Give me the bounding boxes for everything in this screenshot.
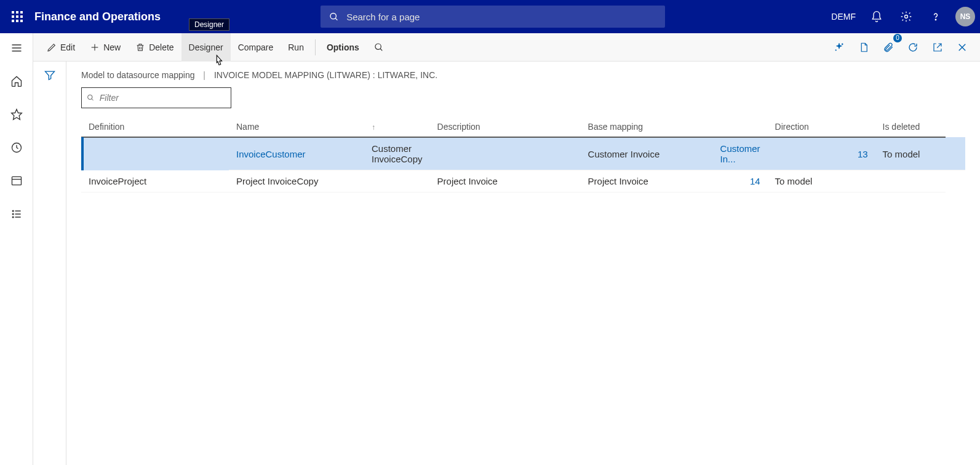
table-cell: [364, 170, 430, 193]
nav-home[interactable]: [3, 70, 30, 92]
attachments-badge: 0: [893, 34, 902, 42]
table-cell: Project Invoice: [430, 170, 581, 193]
shell: Edit New Delete Designer Compare Run Opt…: [0, 33, 980, 465]
svg-point-2: [905, 15, 908, 18]
notifications-button[interactable]: [864, 4, 889, 29]
plus-icon: [90, 42, 100, 52]
table-cell: [875, 170, 946, 193]
nav-modules[interactable]: [3, 203, 30, 225]
bell-icon: [870, 10, 883, 23]
company-selector[interactable]: DEMF: [827, 12, 859, 22]
svg-point-27: [88, 95, 92, 99]
filter-rail: [33, 62, 66, 465]
options-label: Options: [327, 42, 359, 52]
delete-label: Delete: [149, 42, 173, 52]
main-area: Edit New Delete Designer Compare Run Opt…: [33, 33, 980, 465]
top-app-bar: Finance and Operations DEMF NS: [0, 0, 980, 33]
mapping-table: Definition Name ↑ Description Base mappi…: [81, 117, 965, 193]
breadcrumb: Model to datasource mapping | INVOICE MO…: [81, 70, 965, 80]
gear-icon: [900, 10, 912, 23]
compare-button[interactable]: Compare: [231, 33, 281, 62]
top-right-controls: DEMF NS: [827, 4, 975, 29]
attachments-button[interactable]: 0: [877, 36, 900, 59]
new-label: New: [103, 42, 121, 52]
search-icon: [329, 12, 339, 22]
help-icon: [930, 10, 942, 23]
table-cell: 13: [768, 137, 875, 170]
trash-icon: [135, 42, 145, 52]
designer-button[interactable]: Designer: [181, 33, 231, 62]
hamburger-icon: [10, 42, 23, 54]
table-cell: [430, 137, 581, 170]
page-content: Model to datasource mapping | INVOICE MO…: [66, 62, 980, 465]
close-icon: [957, 42, 968, 53]
waffle-icon: [12, 11, 23, 22]
new-button[interactable]: New: [82, 33, 128, 62]
popout-icon: [932, 42, 943, 53]
table-row[interactable]: InvoiceProjectProject InvoiceCopyProject…: [81, 170, 965, 193]
refresh-button[interactable]: [901, 36, 925, 59]
table-cell: Project InvoiceCopy: [229, 170, 364, 193]
col-name-sort[interactable]: ↑: [364, 117, 430, 137]
svg-point-13: [12, 213, 14, 215]
page-icon: [858, 42, 869, 53]
table-cell: InvoiceCustomer: [229, 137, 364, 170]
paperclip-icon: [883, 42, 894, 53]
nav-hamburger[interactable]: [3, 37, 30, 59]
help-button[interactable]: [923, 4, 948, 29]
col-name[interactable]: Name: [229, 117, 364, 137]
svg-rect-9: [12, 177, 21, 185]
sparkle-icon: [834, 42, 845, 53]
delete-button[interactable]: Delete: [128, 33, 181, 62]
breadcrumb-separator: |: [203, 70, 205, 80]
svg-point-24: [835, 49, 837, 50]
app-launcher-button[interactable]: [5, 0, 30, 33]
close-button[interactable]: [950, 36, 974, 59]
svg-line-22: [380, 49, 382, 50]
col-definition[interactable]: Definition: [81, 117, 229, 137]
table-row[interactable]: InvoiceCustomerCustomer InvoiceCopyCusto…: [81, 137, 965, 170]
nav-favorites[interactable]: [3, 103, 30, 125]
nav-recent[interactable]: [3, 137, 30, 159]
col-isdeleted[interactable]: Is deleted: [875, 117, 946, 137]
user-avatar[interactable]: NS: [955, 7, 975, 26]
edit-button[interactable]: Edit: [39, 33, 82, 62]
search-icon: [374, 42, 384, 52]
workspace-icon: [10, 175, 23, 187]
global-search[interactable]: [321, 6, 665, 28]
svg-point-21: [375, 44, 381, 49]
filter-funnel-button[interactable]: [44, 69, 56, 465]
grid-filter-input[interactable]: [100, 93, 226, 103]
table-cell: Customer Invoice: [581, 137, 713, 170]
table-cell: InvoiceProject: [81, 170, 229, 193]
col-description[interactable]: Description: [430, 117, 581, 137]
col-basemapping[interactable]: Base mapping: [581, 117, 713, 137]
left-nav-rail: [0, 33, 33, 465]
table-cell: Customer In...: [713, 137, 768, 170]
run-button[interactable]: Run: [281, 33, 311, 62]
svg-point-11: [12, 210, 14, 212]
map-button[interactable]: [852, 36, 875, 59]
settings-button[interactable]: [894, 4, 918, 29]
table-cell: Customer InvoiceCopy: [364, 137, 430, 170]
action-separator: [315, 39, 316, 55]
cell-link[interactable]: Customer In...: [720, 143, 760, 164]
breadcrumb-primary: Model to datasource mapping: [81, 70, 194, 80]
designer-label: Designer: [189, 42, 223, 52]
global-search-input[interactable]: [346, 12, 656, 22]
actionbar-right-icons: 0: [827, 36, 974, 59]
col-direction[interactable]: Direction: [768, 117, 875, 137]
home-icon: [10, 75, 23, 87]
run-label: Run: [288, 42, 304, 52]
cell-link[interactable]: InvoiceCustomer: [236, 149, 306, 159]
sparkle-button[interactable]: [827, 36, 851, 59]
clock-icon: [10, 141, 23, 154]
grid-filter[interactable]: [81, 87, 231, 108]
options-button[interactable]: Options: [319, 33, 367, 62]
designer-tooltip: Designer: [189, 18, 229, 31]
page-search-button[interactable]: [367, 33, 391, 62]
popout-button[interactable]: [926, 36, 949, 59]
pencil-icon: [47, 42, 57, 52]
svg-point-23: [842, 43, 843, 44]
nav-workspaces[interactable]: [3, 170, 30, 192]
